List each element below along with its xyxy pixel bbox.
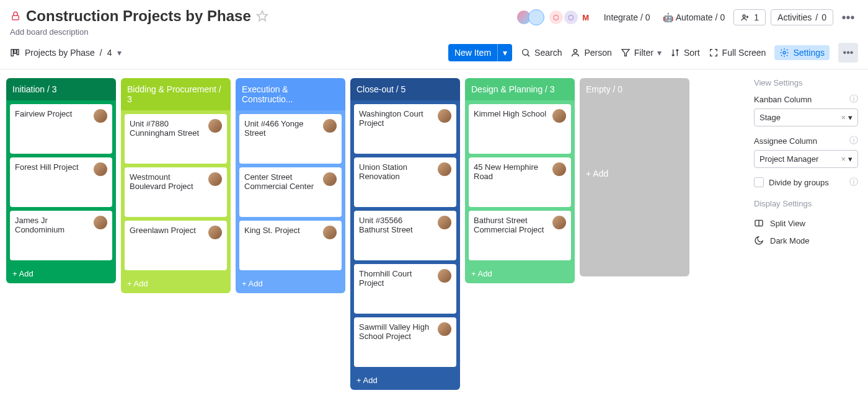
card-title: Westmount Boulevard Project [130, 172, 205, 212]
assignee-avatar[interactable] [208, 119, 222, 133]
assignee-avatar[interactable] [208, 226, 222, 239]
page-title[interactable]: Construction Projects by Phase [26, 7, 251, 25]
integrate-label: Integrate [604, 12, 638, 22]
add-card-button[interactable]: + Add [580, 100, 689, 247]
kanban-column-select[interactable]: Stage ×▾ [754, 108, 858, 126]
kanban-card[interactable]: Fairview Project [10, 104, 112, 154]
assignee-column-select[interactable]: Project Manager ×▾ [754, 150, 858, 168]
integration-icon[interactable]: ⬡ [564, 11, 578, 24]
kanban-card[interactable]: 45 New Hemphire Road [469, 157, 571, 207]
assignee-avatar[interactable] [438, 162, 451, 176]
assignee-avatar[interactable] [552, 162, 566, 176]
more-menu-button[interactable]: ••• [838, 7, 858, 27]
checkbox[interactable] [754, 177, 764, 187]
kanban-card[interactable]: Westmount Boulevard Project [125, 167, 227, 217]
info-icon[interactable]: ⓘ [849, 135, 858, 146]
filter-icon [621, 48, 631, 58]
sort-button[interactable]: Sort [670, 48, 700, 58]
filter-button[interactable]: Filter ▾ [621, 48, 662, 58]
column-header[interactable]: Empty / 0 [580, 78, 689, 100]
automate-link[interactable]: 🤖 Automate / 0 [659, 10, 729, 25]
card-title: Fairview Project [15, 109, 90, 149]
assignee-avatar[interactable] [94, 162, 107, 176]
assignee-avatar[interactable] [94, 216, 107, 229]
assignee-avatar[interactable] [438, 322, 451, 336]
moon-icon [754, 236, 764, 245]
activities-button[interactable]: Activities / 0 [771, 9, 833, 25]
kanban-card[interactable]: Washington Court Project [354, 104, 456, 154]
assignee-avatar[interactable] [208, 172, 222, 186]
assignee-avatar[interactable] [552, 216, 566, 229]
person-filter-button[interactable]: Person [570, 48, 611, 58]
svg-point-10 [783, 51, 786, 54]
star-icon[interactable] [256, 10, 268, 22]
assignee-avatar[interactable] [552, 109, 566, 123]
kanban-card[interactable]: Union Station Renovation [354, 157, 456, 207]
assignee-avatar[interactable] [323, 172, 337, 186]
add-card-button[interactable]: + Add [350, 371, 460, 390]
select-value: Stage [760, 113, 781, 122]
invite-button[interactable]: 1 [733, 9, 766, 25]
add-card-button[interactable]: + Add [465, 264, 575, 283]
avatar-stack[interactable] [520, 9, 544, 25]
add-card-button[interactable]: + Add [121, 274, 231, 293]
clear-icon[interactable]: × [841, 154, 846, 164]
assignee-avatar[interactable] [94, 109, 107, 123]
kanban-card[interactable]: Unit #7880 Cunningham Street [125, 114, 227, 164]
divide-by-groups-row[interactable]: Divide by groups ⓘ [754, 177, 858, 188]
card-title: Unit #7880 Cunningham Street [130, 119, 205, 159]
clear-icon[interactable]: × [841, 113, 846, 122]
kanban-card[interactable]: Bathurst Street Commercial Project [469, 211, 571, 260]
chevron-down-icon: ▾ [848, 154, 852, 164]
svg-rect-3 [11, 50, 13, 56]
title-row: Construction Projects by Phase [10, 7, 268, 25]
column-header[interactable]: Initiation / 3 [6, 78, 116, 100]
dark-mode-toggle[interactable]: Dark Mode [754, 232, 858, 249]
kanban-card[interactable]: Unit #466 Yonge Street [239, 114, 342, 164]
settings-button[interactable]: Settings [774, 45, 830, 60]
add-card-button[interactable]: + Add [236, 274, 345, 293]
new-item-button[interactable]: New Item ▾ [448, 44, 512, 61]
assignee-avatar[interactable] [438, 109, 451, 123]
kanban-column-label: Kanban Column [754, 95, 812, 104]
fullscreen-button[interactable]: Full Screen [709, 48, 766, 58]
info-icon[interactable]: ⓘ [849, 94, 858, 105]
integration-icon[interactable]: ⬡ [549, 11, 563, 24]
add-card-button[interactable]: + Add [6, 264, 116, 283]
assignee-avatar[interactable] [438, 269, 451, 283]
person-icon [570, 48, 580, 58]
search-button[interactable]: Search [521, 48, 562, 58]
kanban-card[interactable]: James Jr Condominium [10, 211, 112, 260]
kanban-board: Initiation / 3Fairview ProjectForest Hil… [0, 69, 744, 399]
column-header[interactable]: Close-out / 5 [350, 78, 460, 100]
kanban-card[interactable]: Sawmill Valley High School Project [354, 317, 456, 367]
info-icon[interactable]: ⓘ [849, 177, 858, 188]
gmail-icon[interactable]: M [579, 11, 593, 24]
kanban-card[interactable]: Greenlawn Project [125, 221, 227, 270]
view-tab[interactable]: Projects by Phase / 4 ▾ [10, 48, 122, 58]
more-toolbar-button[interactable]: ••• [838, 43, 858, 63]
chevron-down-icon[interactable]: ▾ [497, 44, 512, 61]
assignee-avatar[interactable] [323, 119, 337, 133]
assignee-avatar[interactable] [438, 216, 451, 229]
assignee-avatar[interactable] [323, 226, 337, 239]
column-body: Washington Court ProjectUnion Station Re… [350, 100, 460, 371]
card-title: Bathurst Street Commercial Project [474, 216, 549, 255]
kanban-card[interactable]: Forest Hill Project [10, 157, 112, 207]
column-header[interactable]: Execution & Constructio... [236, 78, 345, 110]
kanban-card[interactable]: Thornhill Court Project [354, 264, 456, 314]
header-left: Construction Projects by Phase Add board… [10, 7, 268, 37]
column-header[interactable]: Design & Planning / 3 [465, 78, 575, 100]
kanban-card[interactable]: Unit #35566 Bathurst Street [354, 211, 456, 260]
column-body: Fairview ProjectForest Hill ProjectJames… [6, 100, 116, 264]
column-header[interactable]: Bidding & Procurement / 3 [121, 78, 231, 110]
people-icon [740, 12, 750, 22]
kanban-column: Design & Planning / 3Kimmel High School4… [465, 78, 575, 283]
display-settings-heading: Display Settings [754, 199, 858, 208]
kanban-card[interactable]: Center Street Commercial Center [239, 167, 342, 217]
board-description[interactable]: Add board description [10, 27, 268, 37]
split-view-toggle[interactable]: Split View [754, 214, 858, 232]
kanban-card[interactable]: King St. Project [239, 221, 342, 270]
kanban-card[interactable]: Kimmel High School [469, 104, 571, 154]
integrate-link[interactable]: Integrate / 0 [600, 10, 654, 25]
